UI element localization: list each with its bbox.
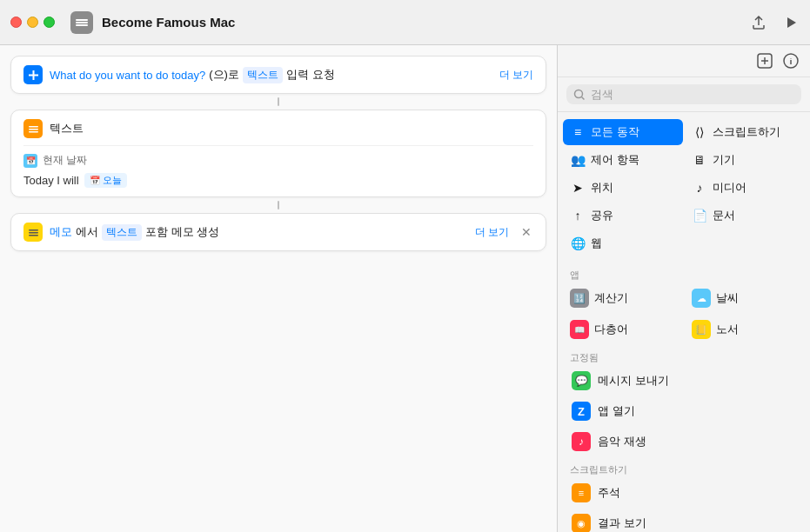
card3-title-plain2: 포함 메모 생성	[145, 224, 219, 240]
cat-control-icon: 👥	[570, 153, 586, 167]
cat-document-icon: 📄	[692, 209, 707, 223]
cat-web[interactable]: 🌐 웹	[563, 230, 683, 256]
card1-more-button[interactable]: 더 보기	[499, 68, 533, 83]
svg-rect-1	[76, 22, 88, 23]
card3-header: 메모 에서 텍스트 포함 메모 생성 더 보기 ✕	[23, 223, 533, 242]
info-button[interactable]	[782, 52, 800, 70]
svg-rect-0	[76, 19, 88, 21]
cat-share-icon: ↑	[570, 209, 586, 223]
show-result-icon: ◉	[572, 514, 591, 532]
comment-label: 주석	[598, 485, 620, 501]
pinned-play-music[interactable]: ♪ 음악 재생	[563, 427, 805, 456]
titlebar-actions	[749, 13, 800, 32]
pinned-send-message[interactable]: 💬 메시지 보내기	[563, 366, 805, 396]
cat-weather[interactable]: ☁ 날씨	[685, 283, 805, 313]
search-input-wrapper	[566, 84, 801, 104]
open-app-icon: Z	[572, 402, 591, 421]
pinned-section-label: 고정됨	[558, 348, 810, 366]
svg-rect-4	[29, 126, 38, 128]
cat-media[interactable]: ♪ 미디어	[685, 175, 805, 201]
svg-rect-6	[29, 131, 38, 133]
weather-label: 날씨	[716, 290, 739, 306]
divider-1	[10, 97, 546, 106]
svg-rect-8	[29, 232, 38, 234]
open-app-label: 앱 열기	[598, 403, 635, 419]
dictionary-icon: 📖	[570, 320, 589, 339]
traffic-lights	[10, 17, 55, 28]
notes-icon: 📒	[692, 320, 711, 339]
cat-scripting-icon: ⟨⟩	[692, 125, 707, 139]
app-section-label: 앱	[558, 263, 810, 283]
titlebar: Become Famous Mac	[0, 0, 810, 45]
add-action-button[interactable]	[756, 52, 773, 70]
pinned-open-app[interactable]: Z 앱 열기	[563, 396, 805, 426]
minimize-button[interactable]	[27, 17, 38, 28]
zoom-button[interactable]	[44, 17, 55, 28]
action-card-3: 메모 에서 텍스트 포함 메모 생성 더 보기 ✕	[10, 213, 546, 251]
card3-title-link[interactable]: 메모	[50, 224, 72, 240]
cat-media-label: 미디어	[713, 180, 746, 196]
card1-title: What do you want to do today? (으)로 텍스트 입…	[50, 67, 492, 83]
script-show-result[interactable]: ◉ 결과 보기	[563, 509, 805, 532]
script-section-label: 스크립트하기	[558, 460, 810, 478]
cat-scripting[interactable]: ⟨⟩ 스크립트하기	[685, 119, 805, 145]
close-button[interactable]	[10, 17, 22, 28]
card2-body: 📅 현재 날짜 Today I will 📅오늘	[23, 145, 533, 188]
cat-device-icon: 🖥	[692, 153, 707, 167]
card3-more-button[interactable]: 더 보기	[475, 225, 509, 240]
svg-point-12	[575, 90, 583, 97]
dictionary-label: 다층어	[594, 322, 628, 337]
search-input[interactable]	[591, 88, 794, 101]
card1-title-link[interactable]: What do you want to do today?	[50, 69, 205, 82]
cat-share-label: 공유	[591, 208, 613, 223]
card2-sub-label: 현재 날짜	[43, 153, 87, 168]
show-result-label: 결과 보기	[598, 515, 646, 531]
main-content: What do you want to do today? (으)로 텍스트 입…	[0, 45, 810, 532]
svg-rect-2	[76, 24, 88, 26]
card2-title-text: 텍스트	[50, 121, 84, 136]
cat-control-label: 제어 항목	[591, 152, 639, 168]
cat-device[interactable]: 🖥 기기	[685, 147, 805, 173]
card2-input-text: Today I will	[23, 174, 79, 187]
play-button[interactable]	[782, 14, 800, 31]
cat-scripting-label: 스크립트하기	[713, 124, 780, 140]
send-message-label: 메시지 보내기	[598, 373, 669, 389]
right-header	[558, 45, 810, 77]
share-button[interactable]	[749, 13, 768, 32]
cat-all[interactable]: ≡ 모든 동작	[563, 119, 683, 145]
notes-label: 노서	[716, 322, 739, 337]
svg-rect-7	[29, 229, 38, 231]
card2-header: 텍스트	[23, 119, 533, 138]
calculator-label: 계산기	[594, 290, 628, 306]
cat-location[interactable]: ➤ 위치	[563, 175, 683, 201]
card1-icon	[23, 65, 43, 84]
card2-date-badge: 📅오늘	[84, 173, 127, 188]
script-comment[interactable]: ≡ 주석	[563, 478, 805, 508]
search-icon	[573, 89, 586, 101]
card2-input-line: Today I will 📅오늘	[23, 173, 533, 188]
cat-location-icon: ➤	[570, 181, 586, 195]
weather-icon: ☁	[692, 289, 711, 308]
cat-device-label: 기기	[713, 152, 735, 168]
cat-all-label: 모든 동작	[591, 124, 639, 140]
action-card-1: What do you want to do today? (으)로 텍스트 입…	[10, 56, 546, 94]
cat-notes[interactable]: 📒 노서	[685, 315, 805, 344]
card3-close-button[interactable]: ✕	[519, 225, 533, 239]
card3-badge: 텍스트	[102, 224, 142, 241]
card1-title-plain2: 입력 요청	[286, 67, 335, 83]
card3-icon	[23, 223, 43, 242]
play-music-label: 음악 재생	[598, 434, 646, 449]
cat-control[interactable]: 👥 제어 항목	[563, 147, 683, 173]
cat-grid: ≡ 모든 동작 ⟨⟩ 스크립트하기 👥 제어 항목 🖥 기기 ➤ 위치	[558, 119, 810, 256]
card2-sub-icon: 📅	[23, 154, 37, 168]
right-panel: ≡ 모든 동작 ⟨⟩ 스크립트하기 👥 제어 항목 🖥 기기 ➤ 위치	[558, 45, 810, 532]
cat-web-icon: 🌐	[570, 236, 586, 250]
cat-calculator[interactable]: 🔢 계산기	[563, 283, 683, 313]
cat-document[interactable]: 📄 문서	[685, 203, 805, 229]
cat-share[interactable]: ↑ 공유	[563, 203, 683, 229]
divider-2	[10, 201, 546, 209]
app-icon	[70, 11, 93, 34]
cat-dictionary[interactable]: 📖 다층어	[563, 315, 683, 344]
left-panel: What do you want to do today? (으)로 텍스트 입…	[0, 45, 558, 532]
cat-all-icon: ≡	[570, 125, 586, 139]
